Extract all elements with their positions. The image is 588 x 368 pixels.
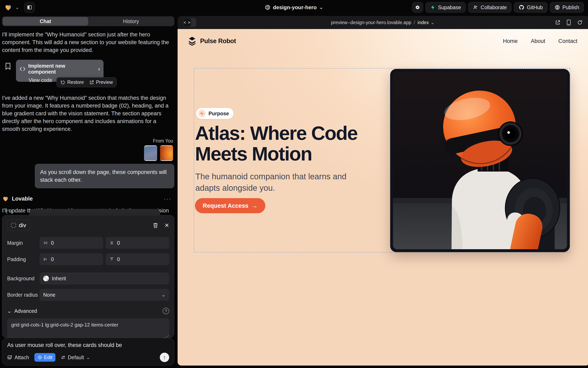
border-radius-label: Border radius [7, 292, 39, 298]
component-card-title: Implement new component [28, 63, 93, 75]
border-radius-value: None [43, 292, 56, 298]
margin-x-value: 0 [51, 240, 54, 246]
attachment-thumbnail-blue[interactable] [144, 145, 157, 161]
sidebar-panel-icon [27, 5, 32, 10]
padding-x-input[interactable]: 0 [39, 253, 103, 265]
bookmark-icon-partial [7, 210, 12, 214]
url-domain: preview--design-your-hero.lovable.app [331, 20, 411, 25]
arrow-right-icon: → [252, 202, 257, 209]
external-link-icon [89, 80, 94, 85]
site-canvas: Pulse Robot Home About Contact Purpose A… [178, 29, 588, 366]
advanced-classes-box: grid grid-cols-1 lg:grid-cols-2 gap-12 i… [7, 318, 169, 340]
supabase-icon [430, 5, 436, 10]
classes-textarea[interactable]: grid grid-cols-1 lg:grid-cols-2 gap-12 i… [11, 322, 165, 336]
chevron-right-icon: › [98, 66, 100, 72]
element-tag: div [19, 222, 26, 229]
pulse-robot-logo-icon [187, 37, 197, 46]
target-icon [38, 355, 42, 360]
sliders-icon [61, 355, 66, 360]
trash-icon[interactable] [153, 222, 158, 228]
open-external-button[interactable] [555, 20, 560, 25]
message-options-button[interactable]: ··· [163, 195, 174, 202]
lovable-logo-icon[interactable] [4, 3, 12, 11]
lovable-heart-icon [2, 195, 9, 202]
model-mode-select[interactable]: Default ⌄ [61, 355, 90, 360]
from-you-label: From You [153, 138, 173, 144]
selected-element-chip[interactable]: div [7, 220, 30, 231]
tab-chat[interactable]: Chat [3, 17, 88, 26]
code-icon [20, 67, 25, 71]
robot-image [393, 72, 567, 249]
logo-chevron-down-icon[interactable]: ⌄ [15, 5, 19, 10]
attach-button[interactable]: Attach [7, 355, 29, 360]
padding-y-input[interactable]: 0 [105, 253, 169, 265]
site-brand[interactable]: Pulse Robot [187, 37, 236, 46]
margin-label: Margin [7, 240, 39, 246]
preview-button[interactable]: Preview [89, 80, 113, 85]
github-button[interactable]: GitHub [514, 2, 548, 13]
bookmark-icon[interactable] [5, 63, 11, 70]
padding-label: Padding [7, 256, 39, 262]
edit-mode-button[interactable]: Edit [34, 353, 56, 362]
send-button[interactable]: ↑ [160, 353, 169, 362]
nav-about[interactable]: About [531, 38, 545, 44]
site-brand-name: Pulse Robot [200, 37, 236, 45]
tab-history[interactable]: History [88, 17, 174, 26]
background-label: Background [7, 276, 39, 282]
edit-label: Edit [44, 355, 52, 360]
project-chevron-down-icon: ⌄ [319, 5, 323, 10]
refresh-button[interactable] [577, 20, 583, 25]
site-navbar: Pulse Robot Home About Contact [178, 29, 588, 46]
preview-panel: < > preview--design-your-hero.lovable.ap… [178, 16, 588, 366]
nav-contact[interactable]: Contact [558, 38, 577, 44]
publish-globe-icon [555, 5, 560, 10]
padding-horizontal-icon [43, 257, 48, 262]
github-label: GitHub [527, 4, 543, 10]
sidebar-toggle-button[interactable] [24, 2, 35, 13]
github-icon [519, 4, 524, 10]
code-view-icon: < > [183, 18, 191, 27]
restore-button[interactable]: Restore [60, 80, 84, 85]
attachment-thumbnail-orange[interactable] [160, 145, 173, 161]
preview-url[interactable]: preview--design-your-hero.lovable.app / … [331, 20, 435, 25]
close-icon[interactable]: ✕ [164, 222, 169, 229]
mobile-view-button[interactable] [566, 19, 571, 26]
nav-home[interactable]: Home [503, 38, 518, 44]
margin-y-input[interactable]: 0 [105, 237, 169, 249]
settings-button[interactable] [412, 2, 423, 13]
publish-button[interactable]: Publish [550, 2, 584, 13]
project-switcher[interactable]: design-your-hero ⌄ [265, 4, 323, 11]
collaborate-people-icon [473, 5, 478, 10]
assistant-header: Lovable ··· [2, 195, 174, 202]
selected-element-outline[interactable]: Purpose Atlas: Where Code Meets Motion T… [194, 68, 570, 252]
background-value: Inherit [52, 276, 66, 282]
supabase-button[interactable]: Supabase [426, 2, 466, 13]
project-name: design-your-hero [273, 4, 317, 11]
advanced-chevron-icon[interactable]: ⌄ [7, 308, 11, 314]
chat-input-text[interactable]: As user mouse roll over, these cards sho… [7, 342, 169, 348]
assistant-name: Lovable [12, 196, 33, 202]
border-radius-select[interactable]: None ⌄ [39, 289, 169, 301]
element-outline-icon [11, 223, 16, 228]
code-preview-toggle[interactable]: < > [183, 18, 196, 27]
advanced-label[interactable]: Advanced [14, 308, 37, 314]
help-icon[interactable]: ? [163, 308, 169, 314]
cta-label: Request Access [203, 202, 248, 209]
chat-input-box[interactable]: As user mouse roll over, these cards sho… [2, 338, 174, 366]
margin-y-value: 0 [117, 240, 120, 246]
user-attachments: From You [2, 138, 174, 161]
gear-icon [415, 4, 420, 10]
supabase-label: Supabase [438, 4, 461, 10]
restore-icon [60, 80, 65, 85]
collaborate-button[interactable]: Collaborate [468, 2, 512, 13]
chat-history-tabs: Chat History [2, 16, 174, 26]
padding-y-value: 0 [117, 256, 120, 262]
request-access-button[interactable]: Request Access → [195, 198, 265, 213]
transparency-swatch-icon [43, 276, 49, 281]
preview-label: Preview [96, 80, 113, 85]
url-page: index [417, 20, 429, 25]
purpose-badge: Purpose [196, 108, 233, 119]
hero-robot-card [390, 69, 570, 252]
background-input[interactable]: Inherit [39, 273, 169, 284]
margin-x-input[interactable]: 0 [39, 237, 103, 249]
